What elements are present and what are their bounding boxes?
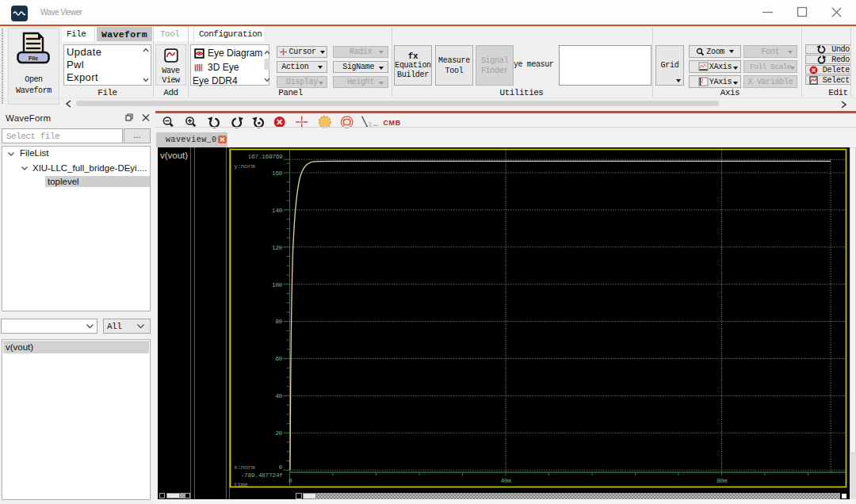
svg-text:-789.487724f: -789.487724f (241, 472, 283, 479)
svg-text:160: 160 (272, 170, 283, 177)
svg-text:0: 0 (279, 464, 283, 471)
svg-text:y:norm: y:norm (234, 162, 255, 170)
svg-text:120: 120 (272, 244, 283, 251)
svg-text:40m: 40m (500, 477, 511, 484)
svg-text:CMB: CMB (384, 119, 401, 127)
svg-text:80m: 80m (717, 477, 728, 484)
svg-text:0: 0 (289, 477, 292, 484)
svg-text:x:norm: x:norm (234, 464, 255, 471)
svg-text:40: 40 (275, 392, 282, 399)
svg-text:167.169769: 167.169769 (247, 153, 283, 160)
svg-text:100: 100 (272, 281, 283, 288)
svg-text:80: 80 (275, 318, 282, 325)
svg-text:20: 20 (275, 430, 282, 437)
svg-text:60: 60 (275, 355, 282, 362)
svg-text:140: 140 (272, 207, 283, 214)
svg-text:File: File (29, 55, 38, 61)
